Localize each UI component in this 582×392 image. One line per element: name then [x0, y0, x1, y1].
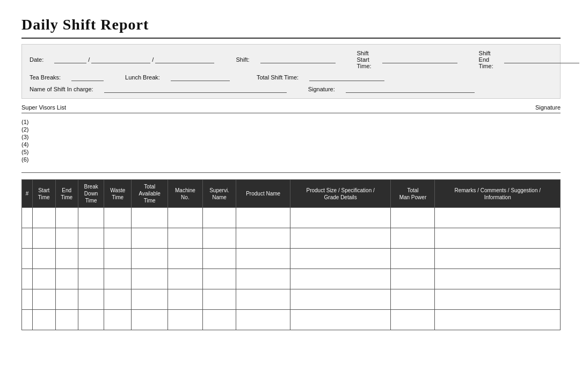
signature-label: Signature: — [308, 86, 335, 92]
cell[interactable] — [33, 269, 55, 289]
date-field-year[interactable] — [155, 56, 214, 63]
cell[interactable] — [168, 228, 202, 249]
lunch-break-field[interactable] — [171, 74, 230, 81]
cell[interactable] — [202, 208, 236, 228]
cell[interactable] — [22, 249, 33, 269]
col-header-product-size: Product Size / Specification /Grade Deta… — [290, 180, 391, 208]
cell[interactable] — [104, 310, 132, 330]
supervisor-item-6: (6) — [21, 156, 561, 163]
shift-incharge-field[interactable] — [104, 85, 287, 93]
shift-end-field[interactable] — [504, 56, 579, 63]
cell[interactable] — [290, 228, 391, 249]
cell[interactable] — [132, 208, 168, 228]
cell[interactable] — [435, 249, 561, 269]
date-field-day[interactable] — [54, 56, 86, 63]
cell[interactable] — [33, 208, 55, 228]
cell[interactable] — [290, 249, 391, 269]
cell[interactable] — [33, 310, 55, 330]
cell[interactable] — [435, 289, 561, 310]
cell[interactable] — [236, 228, 290, 249]
cell[interactable] — [132, 228, 168, 249]
cell[interactable] — [78, 310, 104, 330]
cell[interactable] — [78, 249, 104, 269]
cell[interactable] — [168, 310, 202, 330]
cell[interactable] — [22, 289, 33, 310]
cell[interactable] — [435, 228, 561, 249]
cell[interactable] — [132, 269, 168, 289]
cell[interactable] — [132, 249, 168, 269]
cell[interactable] — [435, 310, 561, 330]
cell[interactable] — [202, 228, 236, 249]
cell[interactable] — [391, 249, 435, 269]
cell[interactable] — [236, 310, 290, 330]
cell[interactable] — [22, 310, 33, 330]
cell[interactable] — [236, 208, 290, 228]
cell[interactable] — [290, 289, 391, 310]
cell[interactable] — [78, 228, 104, 249]
cell[interactable] — [22, 228, 33, 249]
cell[interactable] — [202, 249, 236, 269]
cell[interactable] — [435, 269, 561, 289]
cell[interactable] — [104, 289, 132, 310]
cell[interactable] — [33, 289, 55, 310]
tea-breaks-field[interactable] — [71, 74, 104, 81]
cell[interactable] — [55, 289, 78, 310]
table-header-row: # StartTime EndTime BreakDownTime WasteT… — [22, 180, 561, 208]
supervisor-item-5: (5) — [21, 149, 561, 155]
cell[interactable] — [78, 269, 104, 289]
header-row-1: Date: / / Shift: Shift Start Time: Shift… — [30, 50, 552, 69]
shift-incharge-label: Name of Shift In charge: — [30, 86, 93, 92]
cell[interactable] — [236, 249, 290, 269]
cell[interactable] — [391, 208, 435, 228]
cell[interactable] — [132, 310, 168, 330]
col-header-product-name: Product Name — [236, 180, 290, 208]
cell[interactable] — [168, 289, 202, 310]
cell[interactable] — [78, 208, 104, 228]
cell[interactable] — [33, 228, 55, 249]
cell[interactable] — [290, 310, 391, 330]
supervisors-header: Super Visors List Signature — [21, 104, 561, 113]
cell[interactable] — [391, 269, 435, 289]
shift-table: # StartTime EndTime BreakDownTime WasteT… — [21, 179, 561, 330]
cell[interactable] — [104, 208, 132, 228]
header-row-3: Name of Shift In charge: Signature: — [30, 85, 552, 93]
cell[interactable] — [55, 269, 78, 289]
cell[interactable] — [202, 289, 236, 310]
cell[interactable] — [168, 269, 202, 289]
cell[interactable] — [104, 228, 132, 249]
signature-field[interactable] — [346, 85, 475, 93]
shift-end-label: Shift End Time: — [479, 50, 493, 69]
cell[interactable] — [435, 208, 561, 228]
cell[interactable] — [55, 310, 78, 330]
cell[interactable] — [55, 208, 78, 228]
cell[interactable] — [22, 269, 33, 289]
cell[interactable] — [104, 249, 132, 269]
cell[interactable] — [168, 208, 202, 228]
cell[interactable] — [55, 249, 78, 269]
supervisors-list: (1) (2) (3) (4) (5) (6) — [21, 117, 561, 166]
total-shift-field[interactable] — [309, 74, 384, 81]
cell[interactable] — [33, 249, 55, 269]
cell[interactable] — [78, 289, 104, 310]
cell[interactable] — [132, 289, 168, 310]
cell[interactable] — [290, 208, 391, 228]
cell[interactable] — [55, 228, 78, 249]
cell[interactable] — [168, 249, 202, 269]
cell[interactable] — [391, 310, 435, 330]
cell[interactable] — [290, 269, 391, 289]
cell[interactable] — [391, 289, 435, 310]
shift-start-field[interactable] — [382, 56, 457, 63]
supervisor-item-4: (4) — [21, 141, 561, 148]
cell[interactable] — [22, 208, 33, 228]
cell[interactable] — [104, 269, 132, 289]
cell[interactable] — [236, 269, 290, 289]
cell[interactable] — [391, 228, 435, 249]
cell[interactable] — [202, 310, 236, 330]
col-header-breakdown-time: BreakDownTime — [78, 180, 104, 208]
cell[interactable] — [236, 289, 290, 310]
shift-field[interactable] — [260, 56, 336, 63]
date-sep2: / — [152, 56, 154, 63]
table-wrapper: # StartTime EndTime BreakDownTime WasteT… — [21, 179, 561, 330]
cell[interactable] — [202, 269, 236, 289]
date-field-month[interactable] — [91, 56, 150, 63]
